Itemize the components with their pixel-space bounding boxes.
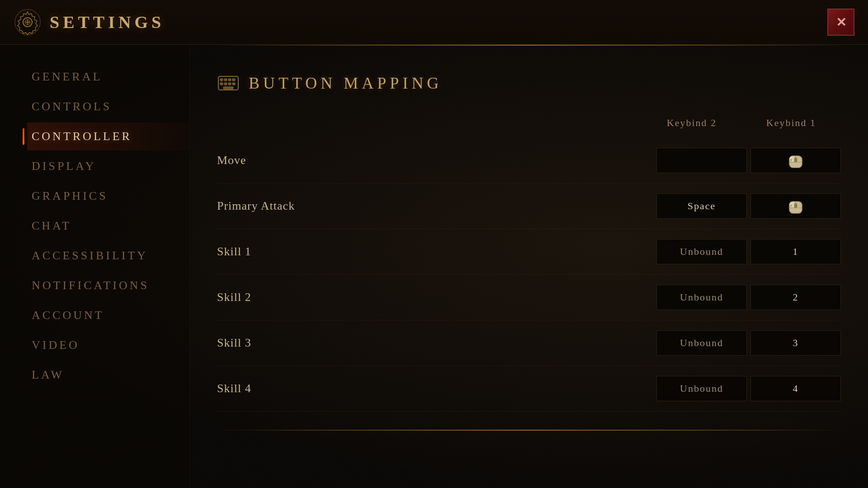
binding-row-skill3: Skill 3 Unbound 3 bbox=[217, 320, 841, 366]
section-header: BUTTON MAPPING bbox=[217, 63, 841, 94]
sidebar: GENERAL CONTROLS CONTROLLER DISPLAY GRAP… bbox=[0, 45, 190, 488]
binding-label: Skill 2 bbox=[217, 291, 656, 304]
binding-controls: Unbound 3 bbox=[656, 330, 841, 356]
sidebar-item-graphics[interactable]: GRAPHICS bbox=[27, 182, 189, 210]
sidebar-item-label: CONTROLS bbox=[32, 100, 112, 113]
svg-rect-9 bbox=[232, 79, 235, 81]
sidebar-item-label: DISPLAY bbox=[32, 160, 96, 173]
keybind2-skill4[interactable]: Unbound bbox=[656, 376, 747, 401]
sidebar-item-label: LAW bbox=[32, 368, 64, 382]
sidebar-item-label: CHAT bbox=[32, 219, 71, 233]
close-button[interactable]: ✕ bbox=[827, 9, 854, 36]
binding-row-skill1: Skill 1 Unbound 1 bbox=[217, 229, 841, 275]
keybind-value: Unbound bbox=[680, 246, 723, 258]
binding-controls: Space ▼ bbox=[656, 193, 841, 219]
sidebar-item-account[interactable]: ACCOUNT bbox=[27, 301, 189, 329]
keybind1-primary-attack[interactable]: ▼ bbox=[750, 193, 841, 219]
header: SETTINGS ✕ bbox=[0, 0, 868, 45]
keybind2-skill3[interactable]: Unbound bbox=[656, 330, 747, 356]
keybind2-primary-attack[interactable]: Space bbox=[656, 193, 747, 219]
sidebar-item-display[interactable]: DISPLAY bbox=[27, 152, 189, 180]
binding-controls: ▼ bbox=[656, 148, 841, 173]
svg-rect-8 bbox=[228, 79, 231, 81]
section-title: BUTTON MAPPING bbox=[249, 74, 442, 93]
keybind2-move[interactable] bbox=[656, 148, 747, 173]
binding-row-primary-attack: Primary Attack Space ▼ bbox=[217, 183, 841, 229]
keybind-value: Space bbox=[688, 200, 716, 212]
header-left: SETTINGS bbox=[14, 8, 165, 36]
sidebar-item-label: GRAPHICS bbox=[32, 189, 108, 203]
sidebar-item-chat[interactable]: CHAT bbox=[27, 212, 189, 240]
sidebar-item-controls[interactable]: CONTROLS bbox=[27, 93, 189, 121]
column-headers: Keybind 2 Keybind 1 bbox=[217, 117, 841, 129]
svg-rect-14 bbox=[223, 87, 233, 89]
svg-rect-11 bbox=[224, 83, 227, 85]
keybind1-skill4[interactable]: 4 bbox=[750, 376, 841, 401]
keybind-value: 4 bbox=[793, 383, 799, 394]
keybind-value: Unbound bbox=[680, 337, 723, 349]
sidebar-item-label: NOTIFICATIONS bbox=[32, 279, 149, 292]
sidebar-item-label: ACCESSIBILITY bbox=[32, 249, 148, 263]
keybind1-skill2[interactable]: 2 bbox=[750, 285, 841, 310]
binding-label: Primary Attack bbox=[217, 199, 656, 213]
gear-icon bbox=[14, 8, 42, 36]
content-area: GENERAL CONTROLS CONTROLLER DISPLAY GRAP… bbox=[0, 45, 868, 488]
close-icon: ✕ bbox=[836, 15, 846, 30]
keybind2-skill2[interactable]: Unbound bbox=[656, 285, 747, 310]
binding-controls: Unbound 4 bbox=[656, 376, 841, 401]
sidebar-item-label: VIDEO bbox=[32, 338, 80, 352]
keybind-value: 3 bbox=[793, 337, 799, 349]
keybind1-skill3[interactable]: 3 bbox=[750, 330, 841, 356]
svg-rect-6 bbox=[220, 79, 223, 81]
binding-row-move: Move bbox=[217, 138, 841, 183]
keyboard-icon bbox=[217, 72, 240, 94]
sidebar-item-general[interactable]: GENERAL bbox=[27, 63, 189, 91]
binding-controls: Unbound 2 bbox=[656, 285, 841, 310]
header-title-container: SETTINGS bbox=[50, 12, 165, 32]
sidebar-item-label: CONTROLLER bbox=[32, 130, 132, 143]
keybind1-move[interactable]: ▼ bbox=[750, 148, 841, 173]
sidebar-item-label: GENERAL bbox=[32, 70, 102, 84]
binding-label: Move bbox=[217, 154, 656, 167]
binding-controls: Unbound 1 bbox=[656, 239, 841, 264]
binding-label: Skill 4 bbox=[217, 382, 656, 395]
keybind2-skill1[interactable]: Unbound bbox=[656, 239, 747, 264]
sidebar-item-controller[interactable]: CONTROLLER bbox=[27, 122, 189, 150]
svg-rect-27 bbox=[794, 203, 797, 208]
keybind-value: Unbound bbox=[680, 291, 723, 303]
sidebar-item-law[interactable]: LAW bbox=[27, 361, 189, 389]
top-divider bbox=[217, 45, 841, 46]
binding-row-skill4: Skill 4 Unbound 4 bbox=[217, 366, 841, 412]
main-container: SETTINGS ✕ GENERAL CONTROLS CONTROLLER D… bbox=[0, 0, 868, 488]
svg-rect-7 bbox=[224, 79, 227, 81]
svg-rect-20 bbox=[794, 158, 797, 162]
keybind-value: Unbound bbox=[680, 383, 723, 394]
svg-rect-12 bbox=[228, 83, 231, 85]
svg-rect-10 bbox=[220, 83, 223, 85]
bottom-divider bbox=[217, 430, 841, 431]
column-header-keybind2: Keybind 2 bbox=[642, 117, 741, 129]
binding-label: Skill 3 bbox=[217, 336, 656, 350]
column-header-keybind1: Keybind 1 bbox=[741, 117, 841, 129]
header-title: SETTINGS bbox=[50, 13, 165, 32]
binding-label: Skill 1 bbox=[217, 245, 656, 258]
keybind-value: 1 bbox=[793, 246, 799, 258]
binding-row-skill2: Skill 2 Unbound 2 bbox=[217, 275, 841, 320]
sidebar-item-video[interactable]: VIDEO bbox=[27, 331, 189, 359]
svg-text:▼: ▼ bbox=[789, 158, 794, 162]
keybind1-skill1[interactable]: 1 bbox=[750, 239, 841, 264]
sidebar-item-notifications[interactable]: NOTIFICATIONS bbox=[27, 272, 189, 300]
sidebar-item-accessibility[interactable]: ACCESSIBILITY bbox=[27, 242, 189, 270]
svg-text:▼: ▼ bbox=[789, 204, 794, 208]
main-panel: BUTTON MAPPING Keybind 2 Keybind 1 Move bbox=[190, 45, 868, 488]
sidebar-item-label: ACCOUNT bbox=[32, 309, 104, 322]
keybind-value: 2 bbox=[793, 291, 799, 303]
svg-rect-13 bbox=[232, 83, 235, 85]
